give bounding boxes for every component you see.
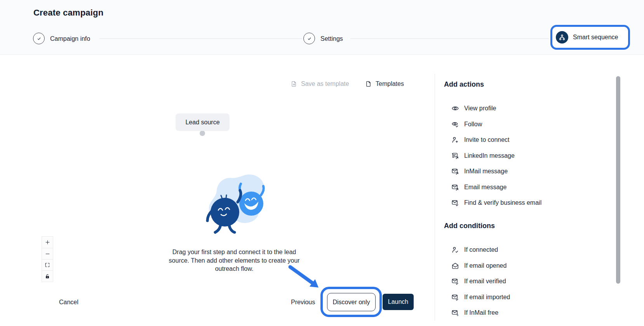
previous-button[interactable]: Previous <box>291 299 315 306</box>
empty-state-hint: Drag your first step and connect it to t… <box>166 248 303 273</box>
templates-label: Templates <box>376 80 404 87</box>
envelope-send-icon <box>451 183 459 191</box>
envelope-check-icon <box>451 277 459 285</box>
stepper-connector <box>99 38 302 39</box>
condition-item-if-inmail-free[interactable]: If InMail free <box>444 305 599 321</box>
action-label: Invite to connect <box>464 136 510 143</box>
step-campaign-info-check <box>33 33 45 44</box>
fit-view-button[interactable] <box>42 259 53 270</box>
add-actions-title: Add actions <box>444 80 484 89</box>
envelope-check-icon <box>451 199 459 207</box>
launch-button[interactable]: Launch <box>383 294 414 310</box>
discover-only-button[interactable]: Discover only <box>327 293 376 311</box>
lead-source-node[interactable]: Lead source <box>176 113 230 131</box>
lead-source-connector-dot[interactable] <box>200 131 205 136</box>
action-label: InMail message <box>464 168 508 175</box>
action-label: LinkedIn message <box>464 152 515 159</box>
file-plus-icon <box>291 80 298 87</box>
add-conditions-title: Add conditions <box>444 222 495 230</box>
save-as-template-label: Save as template <box>301 80 349 87</box>
action-item-find-verify-business-email[interactable]: Find & verify business email <box>444 195 599 211</box>
page-title: Create campaign <box>33 8 103 18</box>
fullscreen-icon <box>45 262 50 268</box>
condition-label: If InMail free <box>464 309 498 316</box>
step-settings-label[interactable]: Settings <box>320 35 343 42</box>
lock-icon <box>44 273 50 279</box>
eye-icon <box>451 105 459 112</box>
condition-item-if-connected[interactable]: If connected <box>444 242 599 258</box>
lock-button[interactable] <box>42 270 53 282</box>
person-plus-icon <box>451 136 459 144</box>
empty-state-illustration <box>199 173 269 238</box>
action-label: Follow <box>464 121 482 128</box>
action-label: Email message <box>464 184 506 191</box>
eye-check-icon <box>451 120 459 128</box>
check-circle-icon <box>306 35 313 42</box>
save-as-template-button[interactable]: Save as template <box>291 80 349 87</box>
envelope-send-icon <box>451 167 459 175</box>
step-settings-check <box>303 33 315 44</box>
actions-list: View profile Follow Invite to connect Li… <box>444 101 599 211</box>
create-campaign-screen: Create campaign Campaign info Settings S… <box>0 0 644 326</box>
action-item-linkedin-message[interactable]: LinkedIn message <box>444 148 599 164</box>
sidebar-scrollbar[interactable] <box>616 76 620 284</box>
chat-send-icon <box>451 152 459 160</box>
envelope-check-icon <box>451 293 459 301</box>
step-smart-sequence-label: Smart sequence <box>573 34 618 41</box>
minus-icon <box>45 251 50 257</box>
condition-label: If email opened <box>464 262 506 269</box>
conditions-list: If connected If email opened If email ve… <box>444 242 599 321</box>
sidebar-divider <box>435 74 435 321</box>
sequence-icon <box>556 31 568 44</box>
step-campaign-info-label[interactable]: Campaign info <box>50 35 90 42</box>
person-check-icon <box>451 246 459 254</box>
action-item-inmail-message[interactable]: InMail message <box>444 164 599 180</box>
templates-button[interactable]: Templates <box>365 80 404 87</box>
condition-label: If connected <box>464 246 498 253</box>
check-circle-icon <box>36 35 42 42</box>
action-label: Find & verify business email <box>464 199 541 206</box>
envelope-dollar-icon <box>451 309 459 317</box>
zoom-out-button[interactable] <box>42 248 53 259</box>
condition-item-if-email-verified[interactable]: If email verified <box>444 274 599 289</box>
action-item-follow[interactable]: Follow <box>444 117 599 132</box>
file-icon <box>365 80 372 87</box>
stepper-connector <box>350 38 549 39</box>
plus-icon <box>45 239 50 245</box>
condition-item-if-email-imported[interactable]: If email imported <box>444 289 599 305</box>
cancel-button[interactable]: Cancel <box>59 299 78 306</box>
action-item-email-message[interactable]: Email message <box>444 180 599 195</box>
action-label: View profile <box>464 105 496 112</box>
condition-item-if-email-opened[interactable]: If email opened <box>444 258 599 274</box>
envelope-open-icon <box>451 262 459 270</box>
condition-label: If email verified <box>464 278 506 285</box>
canvas-zoom-controls <box>42 236 53 282</box>
action-item-view-profile[interactable]: View profile <box>444 101 599 117</box>
condition-label: If email imported <box>464 294 510 301</box>
step-smart-sequence-highlight[interactable]: Smart sequence <box>550 25 630 50</box>
zoom-in-button[interactable] <box>42 237 53 248</box>
action-item-invite-to-connect[interactable]: Invite to connect <box>444 132 599 148</box>
